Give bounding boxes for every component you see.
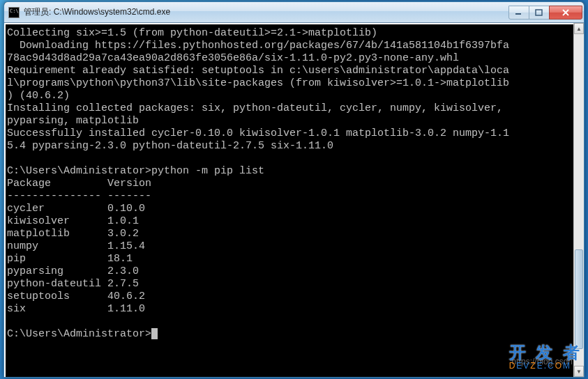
maximize-button[interactable] — [529, 6, 550, 20]
output-line: Successfully installed cycler-0.10.0 kiw… — [7, 127, 509, 139]
window-title: 管理员: C:\Windows\system32\cmd.exe — [24, 6, 509, 18]
close-icon — [561, 9, 570, 16]
output-line: Collecting six>=1.5 (from python-dateuti… — [7, 27, 377, 39]
scroll-thumb[interactable] — [575, 249, 583, 349]
package-row: cycler 0.10.0 — [7, 203, 145, 215]
table-header: Package Version — [7, 178, 151, 190]
prompt-line: C:\Users\Administrator>python -m pip lis… — [7, 165, 264, 177]
output-line: Downloading https://files.pythonhosted.o… — [7, 40, 509, 52]
scroll-track[interactable] — [574, 34, 584, 366]
vertical-scrollbar[interactable]: ▲ ▼ — [573, 23, 584, 377]
prompt-command: python -m pip list — [151, 165, 264, 177]
chevron-up-icon: ▲ — [576, 26, 582, 32]
svg-rect-1 — [536, 10, 542, 15]
scroll-up-button[interactable]: ▲ — [574, 23, 584, 34]
output-line: 78ac9d43d8ad29a7ca43ea90a2d863fe3056e86a… — [7, 52, 459, 64]
prompt-line: C:\Users\Administrator> — [7, 328, 158, 340]
output-line: pyparsing, matplotlib — [7, 115, 139, 127]
package-row: pyparsing 2.3.0 — [7, 265, 139, 277]
svg-rect-0 — [515, 13, 521, 15]
chevron-down-icon: ▼ — [576, 369, 582, 375]
close-button[interactable] — [549, 6, 582, 20]
table-divider: --------------- ------- — [7, 190, 151, 202]
output-line: Installing collected packages: six, pyth… — [7, 102, 503, 114]
cmd-icon — [8, 7, 20, 18]
scroll-down-button[interactable]: ▼ — [574, 366, 584, 377]
package-row: setuptools 40.6.2 — [7, 291, 145, 302]
package-row: matplotlib 3.0.2 — [7, 228, 139, 240]
minimize-icon — [515, 9, 523, 16]
output-line: Requirement already satisfied: setuptool… — [7, 65, 509, 77]
package-row: six 1.11.0 — [7, 303, 145, 315]
output-line: ) (40.6.2) — [7, 90, 70, 102]
package-row: kiwisolver 1.0.1 — [7, 215, 139, 227]
package-row: numpy 1.15.4 — [7, 240, 145, 252]
maximize-icon — [535, 9, 543, 16]
prompt-path: C:\Users\Administrator> — [7, 328, 151, 340]
output-line: 5.4 pyparsing-2.3.0 python-dateutil-2.7.… — [7, 140, 333, 152]
minimize-button[interactable] — [508, 6, 529, 20]
package-row: python-dateutil 2.7.5 — [7, 278, 139, 290]
output-line: l\programs\python\python37\lib\site-pack… — [7, 77, 509, 89]
titlebar[interactable]: 管理员: C:\Windows\system32\cmd.exe — [4, 2, 584, 23]
terminal-output[interactable]: Collecting six>=1.5 (from python-dateuti… — [4, 23, 573, 377]
window-controls — [509, 6, 582, 20]
cursor — [151, 328, 158, 339]
prompt-path: C:\Users\Administrator> — [7, 165, 151, 177]
package-row: pip 18.1 — [7, 253, 133, 265]
cmd-window: 管理员: C:\Windows\system32\cmd.exe Collect… — [3, 1, 585, 378]
